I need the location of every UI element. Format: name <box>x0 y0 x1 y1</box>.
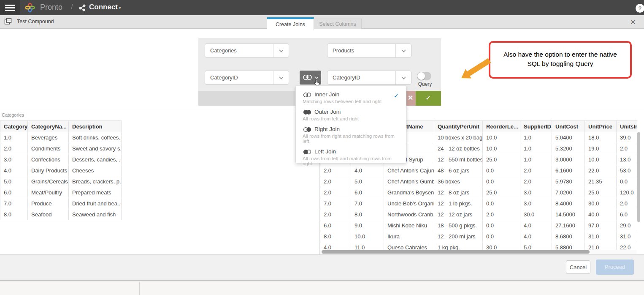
cancel-button[interactable]: Cancel <box>566 260 590 274</box>
cell: 39.0 <box>617 132 638 143</box>
menu-item-left-join[interactable]: Left Join All rows from left and matchin… <box>296 146 406 168</box>
close-icon[interactable]: × <box>629 18 637 26</box>
column-header: Description <box>69 121 122 132</box>
cell: 14.5000 <box>552 209 585 220</box>
cell: 1.0 <box>520 132 552 143</box>
cell: 10.0 <box>483 143 520 154</box>
cell: 6.0 <box>617 209 638 220</box>
hamburger-icon <box>5 5 15 6</box>
proceed-button[interactable]: Proceed <box>596 259 634 275</box>
cell: 8.6800 <box>552 231 585 242</box>
help-button[interactable]: ? <box>636 4 644 13</box>
query-toggle-label: Query <box>416 81 434 87</box>
table-row: 6.0Meat/PoultryPrepared meats <box>0 187 122 198</box>
cell: 30.0 <box>520 209 552 220</box>
right-column-select[interactable]: CategoryID <box>327 71 411 85</box>
callout-text-line2: SQL by toggling Query <box>490 59 630 68</box>
cell: Beverages <box>28 132 69 143</box>
cell: 2.0 <box>617 198 638 209</box>
connect-icon <box>79 4 86 11</box>
left-column-select[interactable]: CategoryID <box>205 71 289 85</box>
vertical-scrollbar[interactable] <box>637 132 640 222</box>
cell: 7.0200 <box>552 187 585 198</box>
breadcrumb-separator: / <box>71 3 73 11</box>
cell: Seaweed and fish <box>69 209 122 220</box>
hamburger-icon <box>5 7 15 8</box>
left-table-value: Categories <box>210 47 237 54</box>
left-table-select[interactable]: Categories <box>205 44 289 57</box>
right-table-select[interactable]: Products <box>327 44 411 57</box>
outer-join-icon <box>303 109 312 115</box>
query-toggle[interactable] <box>417 72 431 80</box>
cell: 31.0 <box>617 231 638 242</box>
menu-item-inner-join[interactable]: Inner Join Matching rows between left an… <box>296 89 406 106</box>
cell: 7.0 <box>351 198 384 209</box>
cell: Grandma's Boysen... <box>384 187 434 198</box>
chevron-down-icon[interactable] <box>395 44 411 57</box>
left-join-icon <box>303 149 312 155</box>
cell: 12 - 1 lb pkgs. <box>434 198 483 209</box>
column-header: ReorderLe... <box>483 121 520 132</box>
chevron-down-icon[interactable] <box>273 71 289 84</box>
cell: 5.3200 <box>552 143 585 154</box>
cell: 0.0 <box>483 220 520 231</box>
tab-select-columns[interactable]: Select Columns <box>314 19 362 29</box>
cell: 2.0 <box>617 143 638 154</box>
hand-cursor-icon <box>313 79 321 87</box>
inner-join-icon <box>303 92 312 98</box>
right-column-value: CategoryID <box>333 74 360 81</box>
cell: Desserts, candies, ... <box>69 154 122 165</box>
menu-item-label: Left Join <box>314 148 336 155</box>
cell: 1.0 <box>520 154 552 165</box>
hamburger-menu-button[interactable] <box>0 0 20 15</box>
cell: 2.0 <box>520 165 552 176</box>
cell: 2.0 <box>320 176 351 187</box>
cell: 24 - 12 oz bottles <box>434 143 483 154</box>
column-header: CategoryNa... <box>28 121 69 132</box>
cell: Produce <box>28 198 69 209</box>
column-header: SupplierID <box>520 121 552 132</box>
chevron-down-icon[interactable] <box>273 44 289 57</box>
column-header: UnitsInStock <box>617 121 638 132</box>
cell: Northwoods Cranb... <box>384 209 434 220</box>
connect-menu[interactable]: Connect <box>89 3 118 11</box>
cell: 10.0 <box>585 154 617 165</box>
table-row: 2.0CondimentsSweet and savory s... <box>0 143 122 154</box>
cell: Seafood <box>28 209 69 220</box>
tab-create-joins[interactable]: Create Joins <box>267 17 314 30</box>
right-table-value: Products <box>333 47 354 54</box>
cell: Confections <box>28 154 69 165</box>
remove-join-button[interactable]: × <box>405 91 416 106</box>
cell: 2.0 <box>320 209 351 220</box>
menu-item-desc: All rows from right and matching rows fr… <box>303 134 399 144</box>
cell: 8.0 <box>351 209 384 220</box>
cell: 5.0 <box>351 176 384 187</box>
horizontal-scrollbar[interactable] <box>322 250 590 254</box>
table-row: 4.0Dairy ProductsCheeses <box>0 165 122 176</box>
cell: 30.0 <box>585 198 617 209</box>
chevron-down-icon[interactable] <box>395 71 411 84</box>
cell: 48 - 6 oz jars <box>434 165 483 176</box>
cell: 10.0 <box>483 132 520 143</box>
top-navbar: Pronto / Connect ▾ ? <box>0 0 644 15</box>
cell: 19.0 <box>585 143 617 154</box>
annotation-callout: Also have the option to enter the native… <box>489 41 632 79</box>
table-row: 7.07.0Uncle Bob's Organi...12 - 1 lb pkg… <box>320 198 638 209</box>
footer-bar <box>0 255 644 280</box>
menu-item-label: Inner Join <box>314 91 339 98</box>
confirm-join-button[interactable]: ✓ <box>416 91 441 106</box>
cell: 120.0 <box>617 187 638 198</box>
cell: 3.0 <box>0 154 28 165</box>
cell: 2.0 <box>320 187 351 198</box>
chevron-down-icon[interactable]: ▾ <box>119 5 121 11</box>
cell: Grains/Cereals <box>28 176 69 187</box>
column-header: CategoryID <box>0 121 28 132</box>
categories-preview-table: CategoryID CategoryNa... Description 1.0… <box>0 120 122 220</box>
background-page <box>0 280 644 295</box>
cell: 8.4000 <box>552 198 585 209</box>
menu-item-right-join[interactable]: Right Join All rows from right and match… <box>296 123 406 146</box>
table-row: 2.06.0Grandma's Boysen...12 - 8 oz jars2… <box>320 187 638 198</box>
table-row: 2.08.0Northwoods Cranb...12 - 12 oz jars… <box>320 209 638 220</box>
menu-item-outer-join[interactable]: Outer Join All rows from left and right <box>296 106 406 123</box>
cell: 3.0 <box>520 187 552 198</box>
